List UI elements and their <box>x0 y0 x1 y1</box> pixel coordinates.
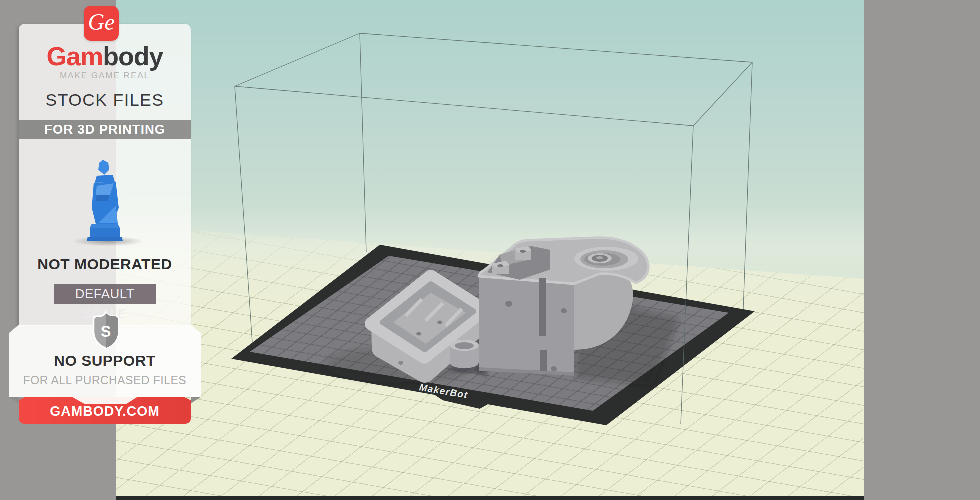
logo-monogram: Ge <box>88 11 115 36</box>
ribbon-fold-left <box>9 398 19 404</box>
stock-files-heading: STOCK FILES <box>19 90 191 110</box>
viewport-bottom-bar <box>116 496 864 500</box>
model-cylinder[interactable] <box>450 340 479 368</box>
3d-viewport[interactable]: MakerBot <box>116 0 864 496</box>
scene-canvas: MakerBot <box>116 0 864 496</box>
shield-letter: S <box>101 323 112 340</box>
brand-secondary: body <box>103 42 163 71</box>
figurine-icon <box>65 160 145 250</box>
moderation-status: NOT MODERATED <box>19 256 191 273</box>
watermark-panel: Gambody MAKE GAME REAL STOCK FILES FOR 3… <box>19 24 191 326</box>
brand-primary: Gam <box>47 42 104 71</box>
for-3d-printing-banner: FOR 3D PRINTING <box>19 120 191 139</box>
default-scale-badge: DEFAULT SCALE <box>54 284 156 304</box>
brand-tagline: MAKE GAME REAL <box>19 71 191 81</box>
app-background: MakerBot <box>0 0 980 500</box>
brand-wordmark: Gambody <box>19 43 191 70</box>
support-subtitle: FOR ALL PURCHASED FILES <box>9 374 201 388</box>
shield-icon: S <box>91 310 121 353</box>
gambody-monogram-icon: Ge <box>84 6 119 41</box>
support-title: NO SUPPORT <box>9 352 201 370</box>
